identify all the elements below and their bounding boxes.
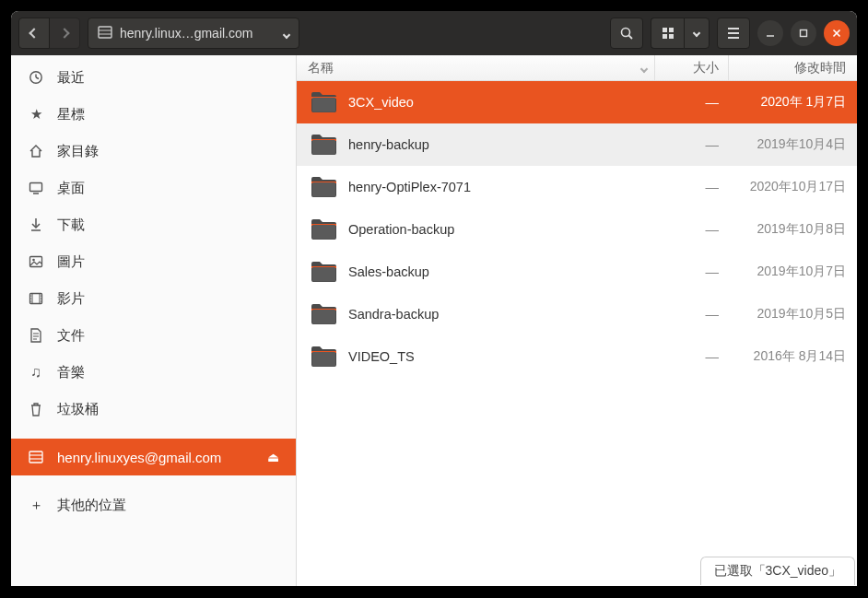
sidebar-item-download[interactable]: 下載 bbox=[11, 206, 296, 243]
folder-icon bbox=[310, 302, 337, 326]
file-name: Sales-backup bbox=[348, 264, 654, 279]
sidebar-item-label: 最近 bbox=[57, 69, 85, 87]
svg-point-29 bbox=[30, 298, 31, 299]
file-size: — bbox=[654, 222, 728, 237]
path-bar[interactable]: henry.linux…gmail.com bbox=[88, 18, 299, 49]
sidebar-item-trash[interactable]: 垃圾桶 bbox=[11, 391, 296, 428]
svg-point-3 bbox=[622, 29, 630, 37]
sidebar-item-label: 影片 bbox=[57, 290, 85, 308]
sidebar-item-label: 其他的位置 bbox=[57, 497, 126, 514]
star-icon: ★ bbox=[28, 106, 44, 123]
file-date: 2019年10月8日 bbox=[728, 221, 857, 238]
back-button[interactable] bbox=[18, 18, 50, 49]
svg-rect-0 bbox=[99, 27, 111, 38]
svg-point-28 bbox=[30, 295, 31, 296]
file-size: — bbox=[654, 95, 728, 110]
sort-indicator-icon bbox=[641, 61, 647, 75]
forward-button[interactable] bbox=[49, 18, 80, 49]
file-row[interactable]: henry-OptiPlex-7071 — 2020年10月17日 bbox=[297, 166, 857, 208]
desktop-icon bbox=[28, 182, 44, 194]
sidebar-item-desktop[interactable]: 桌面 bbox=[11, 170, 296, 206]
svg-rect-8 bbox=[669, 34, 674, 39]
sidebar-item-star[interactable]: ★星標 bbox=[11, 96, 296, 133]
file-size: — bbox=[654, 137, 728, 152]
minimize-button[interactable] bbox=[757, 20, 783, 46]
file-row[interactable]: Sales-backup — 2019年10月7日 bbox=[297, 251, 857, 293]
file-date: 2016年 8月14日 bbox=[728, 348, 857, 365]
close-button[interactable] bbox=[824, 20, 850, 46]
svg-line-4 bbox=[629, 36, 633, 40]
file-size: — bbox=[654, 349, 728, 364]
svg-rect-37 bbox=[29, 451, 42, 463]
column-header-name[interactable]: 名稱 bbox=[297, 60, 654, 76]
sidebar-item-picture[interactable]: 圖片 bbox=[11, 243, 296, 280]
file-manager-window: henry.linux…gmail.com 最近★星標家目錄桌面下載圖片影片文件… bbox=[11, 11, 857, 586]
status-bar: 已選取「3CX_video」 bbox=[700, 557, 856, 585]
file-size: — bbox=[654, 180, 728, 194]
file-row[interactable]: VIDEO_TS — 2016年 8月14日 bbox=[297, 335, 857, 378]
folder-icon bbox=[310, 217, 337, 241]
file-row[interactable]: 3CX_video — 2020年 1月7日 bbox=[297, 81, 857, 123]
sidebar-item-label: 家目錄 bbox=[57, 143, 99, 160]
maximize-button[interactable] bbox=[791, 20, 816, 46]
chevron-down-icon bbox=[284, 26, 289, 41]
column-headers: 名稱 大小 修改時間 bbox=[297, 55, 857, 81]
folder-icon bbox=[310, 260, 337, 284]
video-icon bbox=[28, 292, 44, 305]
file-size: — bbox=[654, 264, 728, 279]
selection-status: 已選取「3CX_video」 bbox=[700, 557, 856, 585]
drive-icon bbox=[98, 26, 112, 41]
file-row[interactable]: Operation-backup — 2019年10月8日 bbox=[297, 208, 857, 251]
svg-point-24 bbox=[32, 259, 35, 262]
clock-icon bbox=[28, 70, 44, 85]
file-name: Sandra-backup bbox=[348, 307, 654, 322]
home-icon bbox=[28, 144, 44, 158]
file-name: Operation-backup bbox=[348, 222, 654, 237]
file-date: 2019年10月5日 bbox=[728, 306, 857, 322]
file-name: 3CX_video bbox=[348, 95, 654, 110]
sidebar-item-music[interactable]: ♫音樂 bbox=[11, 354, 296, 391]
eject-icon[interactable]: ⏏ bbox=[267, 450, 279, 464]
folder-icon bbox=[310, 133, 337, 157]
sidebar-item-label: 垃圾桶 bbox=[57, 401, 99, 418]
search-button[interactable] bbox=[610, 18, 643, 49]
svg-line-18 bbox=[36, 77, 39, 79]
file-row[interactable]: Sandra-backup — 2019年10月5日 bbox=[297, 293, 857, 335]
drive-icon bbox=[28, 451, 44, 463]
file-name: henry-backup bbox=[348, 137, 654, 152]
folder-icon bbox=[310, 175, 337, 199]
svg-rect-13 bbox=[801, 30, 807, 37]
sidebar-item-label: 星標 bbox=[57, 106, 85, 123]
view-options-dropdown[interactable] bbox=[684, 18, 710, 49]
column-header-date[interactable]: 修改時間 bbox=[728, 55, 857, 80]
file-row[interactable]: henry-backup — 2019年10月4日 bbox=[297, 123, 857, 166]
music-icon: ♫ bbox=[28, 364, 44, 381]
file-list-area: 名稱 大小 修改時間 3CX_video — 2020年 1月7日 henry-… bbox=[297, 55, 857, 586]
svg-rect-5 bbox=[663, 28, 667, 32]
svg-rect-19 bbox=[30, 183, 42, 192]
sidebar-item-home[interactable]: 家目錄 bbox=[11, 133, 296, 170]
file-date: 2020年10月17日 bbox=[728, 179, 857, 195]
column-header-size[interactable]: 大小 bbox=[654, 55, 728, 80]
file-date: 2019年10月4日 bbox=[728, 136, 857, 153]
titlebar: henry.linux…gmail.com bbox=[11, 11, 857, 55]
sidebar-item-label: 桌面 bbox=[57, 180, 85, 197]
svg-rect-6 bbox=[669, 28, 674, 32]
sidebar-mounted-drive[interactable]: henry.linuxyes@gmail.com ⏏ bbox=[11, 439, 296, 475]
menu-button[interactable] bbox=[717, 18, 750, 49]
sidebar-item-video[interactable]: 影片 bbox=[11, 280, 296, 317]
sidebar: 最近★星標家目錄桌面下載圖片影片文件♫音樂垃圾桶 henry.linuxyes@… bbox=[11, 55, 297, 586]
sidebar-item-label: 文件 bbox=[57, 327, 85, 345]
file-size: — bbox=[654, 307, 728, 322]
folder-icon bbox=[310, 345, 337, 369]
sidebar-item-document[interactable]: 文件 bbox=[11, 317, 296, 354]
view-grid-button[interactable] bbox=[651, 18, 684, 49]
sidebar-item-clock[interactable]: 最近 bbox=[11, 59, 296, 96]
sidebar-item-label: henry.linuxyes@gmail.com bbox=[57, 450, 221, 465]
sidebar-item-label: 下載 bbox=[57, 217, 85, 234]
sidebar-other-locations[interactable]: ＋ 其他的位置 bbox=[11, 487, 296, 523]
file-rows: 3CX_video — 2020年 1月7日 henry-backup — 20… bbox=[297, 81, 857, 586]
download-icon bbox=[28, 217, 44, 232]
svg-point-33 bbox=[41, 300, 41, 301]
path-label: henry.linux…gmail.com bbox=[120, 26, 252, 41]
